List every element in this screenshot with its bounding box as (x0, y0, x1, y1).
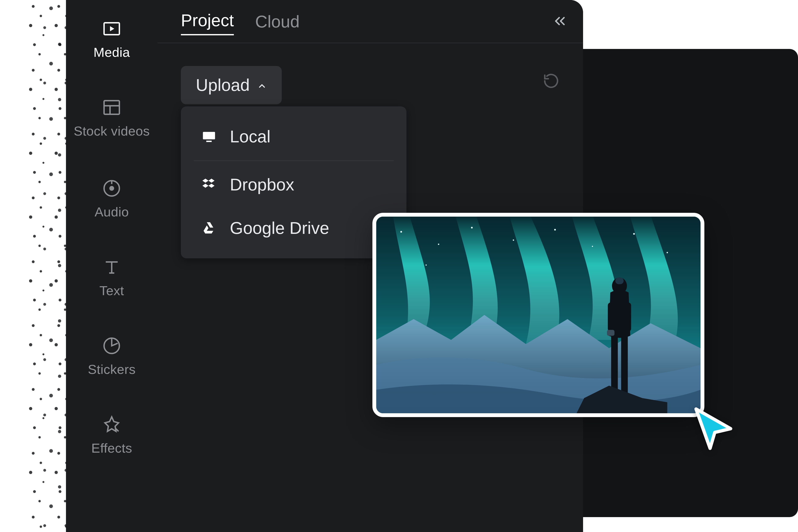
upload-option-label: Google Drive (230, 218, 329, 238)
svg-point-18 (667, 252, 668, 253)
monitor-icon (200, 129, 218, 145)
rail-label: Text (66, 283, 157, 298)
rail-label: Stickers (66, 362, 157, 377)
rail-item-audio[interactable]: Audio (66, 177, 157, 220)
rail-label: Stock videos (66, 124, 157, 138)
tabs-divider (157, 42, 583, 43)
rail-label: Audio (66, 204, 157, 220)
svg-point-17 (633, 233, 635, 235)
divider (194, 160, 394, 161)
tab-project[interactable]: Project (181, 11, 234, 35)
svg-point-19 (425, 265, 427, 266)
svg-point-12 (438, 244, 439, 245)
svg-rect-26 (607, 330, 614, 336)
svg-rect-1 (104, 101, 119, 114)
svg-rect-23 (621, 334, 628, 396)
media-icon (66, 17, 157, 40)
svg-point-15 (554, 229, 556, 231)
upload-option-dropbox[interactable]: Dropbox (181, 163, 406, 206)
google-drive-icon (200, 220, 218, 236)
tool-rail: Media Stock videos Audio Text (66, 0, 157, 532)
svg-rect-9 (206, 141, 211, 142)
rail-item-effects[interactable]: Effects (66, 413, 157, 456)
svg-point-13 (471, 227, 473, 229)
drag-cursor-icon (689, 404, 736, 451)
dropbox-icon (200, 177, 218, 193)
svg-rect-24 (608, 302, 613, 331)
text-icon (66, 255, 157, 279)
upload-button[interactable]: Upload (181, 66, 282, 104)
collapse-panel-button[interactable] (552, 13, 568, 30)
rail-label: Effects (66, 440, 157, 456)
svg-point-14 (513, 240, 514, 241)
svg-point-11 (400, 231, 402, 233)
clock-icon (66, 334, 157, 358)
refresh-button[interactable] (543, 72, 560, 90)
svg-point-16 (592, 246, 593, 247)
svg-rect-8 (203, 132, 215, 139)
rail-label: Media (66, 45, 157, 60)
upload-option-local[interactable]: Local (181, 115, 406, 158)
rail-item-media[interactable]: Media (66, 17, 157, 60)
tab-cloud[interactable]: Cloud (255, 12, 300, 35)
rail-item-stock-videos[interactable]: Stock videos (66, 96, 157, 138)
upload-option-label: Local (230, 127, 270, 147)
rail-item-text[interactable]: Text (66, 255, 157, 298)
chevron-up-icon (257, 75, 267, 95)
dragged-media-thumbnail[interactable] (373, 213, 704, 417)
svg-rect-25 (625, 302, 631, 331)
tabs: Project Cloud (181, 11, 300, 35)
upload-option-label: Dropbox (230, 175, 294, 194)
upload-button-label: Upload (196, 75, 250, 95)
grid-icon (66, 96, 157, 119)
star-icon (66, 413, 157, 436)
disc-icon (66, 177, 157, 200)
rail-item-stickers[interactable]: Stickers (66, 334, 157, 377)
svg-rect-21 (615, 278, 624, 284)
svg-point-5 (110, 187, 113, 190)
